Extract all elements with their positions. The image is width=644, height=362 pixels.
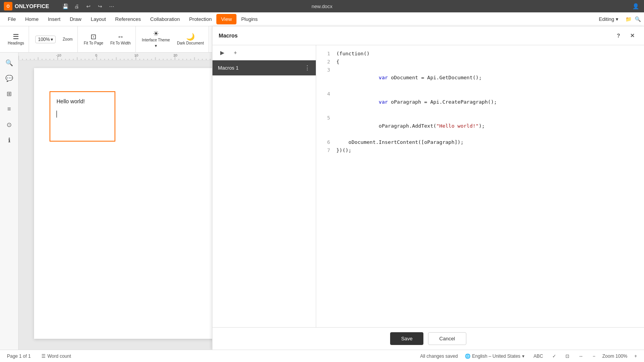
- zoom-percent: 100%: [38, 37, 50, 42]
- fit-to-page-icon: ⊡: [91, 33, 96, 40]
- line-num-6: 6: [321, 138, 330, 147]
- menu-plugins[interactable]: Plugins: [236, 14, 262, 24]
- menu-bar: File Home Insert Draw Layout References …: [0, 12, 644, 26]
- code-plain-5b: );: [479, 123, 485, 129]
- word-count-button[interactable]: ☰ Word count: [39, 353, 73, 360]
- zoom-out-button[interactable]: −: [590, 353, 598, 360]
- page-info-text: Page 1 of 1: [7, 353, 31, 359]
- menu-insert[interactable]: Insert: [43, 14, 65, 24]
- sidebar-table-icon[interactable]: ⊞: [2, 87, 16, 101]
- interface-theme-dropdown-icon: ▾: [155, 43, 157, 48]
- title-actions: 💾 🖨 ↩ ↪ ⋯: [61, 2, 116, 11]
- print-icon[interactable]: 🖨: [72, 2, 82, 11]
- code-line-7: 7 })();: [321, 147, 639, 155]
- page-info[interactable]: Page 1 of 1: [5, 353, 33, 360]
- macro-item-macros1[interactable]: Macros 1 ⋮: [212, 60, 316, 75]
- menu-protection[interactable]: Protection: [185, 14, 217, 24]
- line-content-4: var oParagraph = Api.CreateParagraph();: [336, 90, 639, 114]
- track-changes-button[interactable]: ✓: [550, 353, 558, 360]
- fit-to-width-icon: ↔: [117, 33, 124, 40]
- all-changes-saved: All changes saved: [420, 353, 457, 359]
- code-line-3: 3 var oDocument = Api.GetDocument();: [321, 66, 639, 90]
- sidebar-search-icon[interactable]: 🔍: [2, 56, 16, 70]
- zoom-control[interactable]: 100% ▾: [32, 29, 59, 50]
- menu-file[interactable]: File: [3, 14, 21, 24]
- app-logo-icon: O: [4, 2, 12, 10]
- fit-to-width-label: Fit To Width: [110, 41, 131, 46]
- line-content-3: var oDocument = Api.GetDocument();: [336, 66, 639, 90]
- menu-draw[interactable]: Draw: [65, 14, 86, 24]
- interface-theme-button[interactable]: ☀ Interface Theme ▾: [139, 29, 173, 50]
- sidebar-comments-icon[interactable]: 💬: [2, 71, 16, 85]
- status-bar-right: All changes saved 🌐 English – United Sta…: [420, 353, 639, 360]
- code-editor[interactable]: 1 (function() 2 { 3 var oDocument = Api.…: [316, 45, 644, 327]
- fit-width-button[interactable]: ↔: [576, 353, 586, 360]
- undo-icon[interactable]: ↩: [84, 2, 93, 11]
- language-dropdown-icon: ▾: [522, 353, 524, 359]
- menu-references[interactable]: References: [111, 14, 146, 24]
- fit-width-icon: ↔: [579, 353, 583, 359]
- zoom-label: Zoom: [63, 37, 73, 42]
- menu-home[interactable]: Home: [21, 14, 43, 24]
- hello-world-text: Hello world!: [57, 98, 108, 104]
- code-indent-3: [367, 75, 379, 80]
- editing-button[interactable]: Editing ▾: [595, 15, 622, 24]
- zoom-dropdown-icon: ▾: [51, 37, 53, 42]
- zoom-value-display[interactable]: 100% ▾: [35, 36, 56, 43]
- code-rest-4: oParagraph = Api.CreateParagraph();: [388, 99, 497, 105]
- app-name: ONLYOFFICE: [15, 3, 49, 9]
- language-globe-icon: 🌐: [465, 353, 471, 359]
- zoom-in-button[interactable]: +: [632, 353, 639, 360]
- sidebar-list-icon[interactable]: ≡: [2, 102, 16, 116]
- macros-run-button[interactable]: ▶: [217, 48, 227, 58]
- macros-close-button[interactable]: ✕: [627, 30, 638, 41]
- document-page[interactable]: Hello world!: [34, 68, 243, 339]
- sidebar-track-icon[interactable]: ⊙: [2, 118, 16, 131]
- app-logo: O ONLYOFFICE: [4, 2, 49, 10]
- redo-icon[interactable]: ↪: [96, 2, 105, 11]
- dark-document-button[interactable]: 🌙 Dark Document: [174, 29, 207, 50]
- menu-collaboration[interactable]: Collaboration: [146, 14, 185, 24]
- code-line-6: 6 oDocument.InsertContent([oParagraph]);: [321, 138, 639, 147]
- headings-button[interactable]: ☰ Headings: [5, 29, 27, 50]
- search-icon[interactable]: 🔍: [635, 16, 641, 22]
- line-num-3: 3: [321, 66, 330, 90]
- more-actions-icon[interactable]: ⋯: [107, 2, 116, 11]
- macros-help-button[interactable]: ?: [613, 30, 624, 41]
- avatar-icon[interactable]: 👤: [631, 2, 640, 11]
- dark-document-label: Dark Document: [177, 41, 204, 46]
- macro-item-menu-icon[interactable]: ⋮: [304, 64, 310, 72]
- macros-cancel-button[interactable]: Cancel: [428, 332, 466, 345]
- headings-label: Headings: [8, 41, 24, 46]
- track-changes-icon: ✓: [552, 353, 556, 359]
- folder-icon[interactable]: 📁: [625, 16, 632, 22]
- line-num-1: 1: [321, 50, 330, 58]
- zoom-out-icon: −: [593, 353, 595, 359]
- status-bar: Page 1 of 1 ☰ Word count All changes sav…: [0, 350, 644, 362]
- filename: new.docx: [312, 3, 332, 9]
- zoom-label-btn[interactable]: Zoom: [60, 29, 76, 50]
- language-selector[interactable]: 🌐 English – United States ▾: [462, 353, 527, 360]
- fit-to-width-button[interactable]: ↔ Fit To Width: [107, 29, 134, 50]
- code-keyword-4: var: [379, 99, 388, 105]
- toolbar-group-theme: ☀ Interface Theme ▾ 🌙 Dark Document: [137, 26, 209, 52]
- menu-view[interactable]: View: [216, 14, 236, 24]
- toolbar-group-fit: ⊡ Fit To Page ↔ Fit To Width: [79, 26, 136, 52]
- macros-add-button[interactable]: +: [230, 48, 240, 58]
- code-string-5: "Hello world!": [436, 123, 479, 129]
- title-bar: O ONLYOFFICE 💾 🖨 ↩ ↪ ⋯ new.docx 👤: [0, 0, 644, 12]
- spell-check-button[interactable]: ABC: [531, 353, 546, 360]
- line-num-7: 7: [321, 147, 330, 155]
- word-count-label: Word count: [47, 353, 71, 359]
- fit-page-button[interactable]: ⊡: [563, 353, 572, 360]
- save-icon[interactable]: 💾: [61, 2, 70, 11]
- line-content-5: oParagraph.AddText("Hello world!");: [336, 114, 639, 138]
- code-line-4: 4 var oParagraph = Api.CreateParagraph()…: [321, 90, 639, 114]
- fit-to-page-button[interactable]: ⊡ Fit To Page: [81, 29, 106, 50]
- code-keyword-3: var: [379, 75, 388, 80]
- text-box[interactable]: Hello world!: [50, 91, 115, 142]
- sidebar-info-icon[interactable]: ℹ: [2, 133, 16, 147]
- macros-title: Macros: [219, 32, 238, 39]
- menu-layout[interactable]: Layout: [86, 14, 111, 24]
- macros-save-button[interactable]: Save: [390, 332, 423, 345]
